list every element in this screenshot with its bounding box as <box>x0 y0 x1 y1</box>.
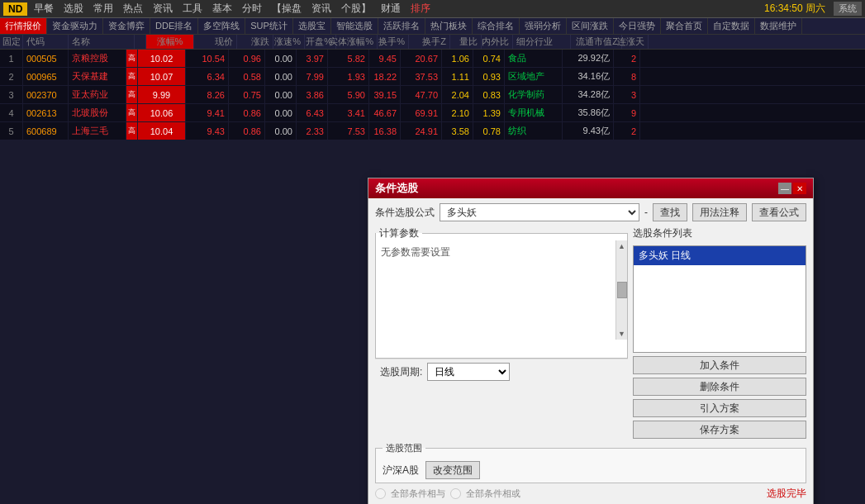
cell-price: 8.26 <box>186 86 229 103</box>
nav-smart-pick[interactable]: 智能选股 <box>331 18 378 34</box>
table-row[interactable]: 5 600689 上海三毛 高 10.04 9.43 0.86 0.00 2.3… <box>0 122 865 140</box>
nav-breakfast[interactable]: 早餐 <box>32 2 55 16</box>
nav-common[interactable]: 常用 <box>92 2 115 16</box>
col-code[interactable]: 代码 <box>23 35 69 49</box>
nav-trade[interactable]: 【操盘 <box>270 2 303 16</box>
delete-condition-button[interactable]: 删除条件 <box>633 378 806 396</box>
cell-turnover: 18.22 <box>369 68 401 85</box>
scroll-down-arrow[interactable]: ▼ <box>618 330 625 340</box>
nav-stock-pick[interactable]: 选股 <box>62 2 85 16</box>
col-real[interactable]: 实体涨幅% <box>336 35 378 49</box>
nav-today-strong[interactable]: 今日强势 <box>614 18 661 34</box>
cell-turnz: 69.91 <box>401 104 442 121</box>
nav-comprehensive[interactable]: 综合排名 <box>473 18 520 34</box>
period-select[interactable]: 日线 <box>427 363 510 381</box>
cell-pct: 10.06 <box>138 104 186 121</box>
scrollbar[interactable]: ▲ ▼ <box>615 240 627 340</box>
import-plan-button[interactable]: 引入方案 <box>633 399 806 417</box>
col-turnz[interactable]: 换手Z <box>409 35 450 49</box>
search-button[interactable]: 查找 <box>653 203 687 221</box>
nav-longshort[interactable]: 多空阵线 <box>198 18 245 34</box>
nav-basic[interactable]: 基本 <box>211 2 234 16</box>
cell-days: 2 <box>614 50 640 67</box>
cell-open: 3.86 <box>297 86 328 103</box>
cell-turnover: 46.67 <box>369 104 401 121</box>
close-button[interactable]: ✕ <box>793 183 806 194</box>
dialog-title: 条件选股 <box>375 181 418 196</box>
nav-hot[interactable]: 热点 <box>121 2 145 16</box>
nav-capital-drive[interactable]: 资金驱动力 <box>47 18 103 34</box>
radio-and[interactable] <box>375 488 386 499</box>
nav-capital-game[interactable]: 资金博弈 <box>103 18 150 34</box>
col-turnover[interactable]: 换手% <box>378 35 409 49</box>
cond-list-item[interactable]: 多头妖 日线 <box>634 246 806 265</box>
nav-hot-block[interactable]: 热门板块 <box>425 18 473 34</box>
cell-inout: 0.78 <box>473 122 505 140</box>
nav-custom-data[interactable]: 自定数据 <box>708 18 755 34</box>
nav-aggregate[interactable]: 聚合首页 <box>661 18 708 34</box>
scroll-up-arrow[interactable]: ▲ <box>618 240 625 250</box>
cell-days: 8 <box>614 68 640 85</box>
nav-strong-weak[interactable]: 强弱分析 <box>520 18 567 34</box>
cell-speed: 0.00 <box>265 104 297 121</box>
col-price[interactable]: 现价 <box>194 35 237 49</box>
nav-stock[interactable]: 个股】 <box>340 2 373 16</box>
change-scope-button[interactable]: 改变范围 <box>425 461 480 479</box>
nav-quotes[interactable]: 行情报价 <box>0 18 47 34</box>
sys-button[interactable]: 系统 <box>834 2 862 16</box>
nav-tools[interactable]: 工具 <box>181 2 204 16</box>
cell-price: 10.54 <box>186 50 229 67</box>
cond-list[interactable]: 多头妖 日线 <box>633 245 806 353</box>
col-val[interactable]: 流通市值Z <box>571 35 622 49</box>
cell-tag: 高 <box>126 68 138 85</box>
col-volratio[interactable]: 量比 <box>450 35 482 49</box>
cell-price: 6.34 <box>186 68 229 85</box>
nav-info[interactable]: 资讯 <box>151 2 174 16</box>
col-change[interactable]: 涨跌 <box>237 35 273 49</box>
select-complete-label: 选股完毕 <box>767 487 806 501</box>
table-row[interactable]: 3 002370 亚太药业 高 9.99 8.26 0.75 0.00 3.86… <box>0 86 865 104</box>
col-days[interactable]: 连涨天 <box>622 35 649 49</box>
nav-range-rise[interactable]: 区间涨跌 <box>567 18 614 34</box>
col-speed[interactable]: 涨速% <box>273 35 305 49</box>
view-formula-button[interactable]: 查看公式 <box>752 203 806 221</box>
minimize-button[interactable]: — <box>778 183 791 194</box>
nav-select-bao[interactable]: 选股宝 <box>293 18 331 34</box>
col-inout[interactable]: 内外比 <box>482 35 513 49</box>
formula-select[interactable]: 多头妖 <box>440 203 639 221</box>
cell-sector: 区域地产 <box>505 68 563 85</box>
col-rank[interactable]: 固定 <box>0 35 23 49</box>
scroll-thumb[interactable] <box>617 282 627 298</box>
cell-name: 亚太药业 <box>69 86 126 103</box>
table-row[interactable]: 1 000505 京粮控股 高 10.02 10.54 0.96 0.00 3.… <box>0 50 865 68</box>
col-pct[interactable]: 涨幅% <box>146 35 194 49</box>
top-nav: 早餐 选股 常用 热点 资讯 工具 基本 分时 【操盘 资讯 个股】 财通 排序 <box>32 2 763 16</box>
nav-active-rank[interactable]: 活跃排名 <box>378 18 425 34</box>
nav-finance[interactable]: 财通 <box>379 2 402 16</box>
top-menu-bar: ND 早餐 选股 常用 热点 资讯 工具 基本 分时 【操盘 资讯 个股】 财通… <box>0 0 865 18</box>
cell-days: 3 <box>614 86 640 103</box>
cell-pct: 10.02 <box>138 50 186 67</box>
cell-val: 29.92亿 <box>563 50 614 67</box>
save-plan-button[interactable]: 保存方案 <box>633 421 806 439</box>
nav-info2[interactable]: 资讯 <box>310 2 333 16</box>
usage-button[interactable]: 用法注释 <box>692 203 747 221</box>
params-content: 无参数需要设置 <box>376 240 627 340</box>
nav-data-maint[interactable]: 数据维护 <box>755 18 802 34</box>
nav-dde[interactable]: DDE排名 <box>150 18 198 34</box>
nav-sup[interactable]: SUP统计 <box>245 18 293 34</box>
radio-or[interactable] <box>450 488 461 499</box>
add-condition-button[interactable]: 加入条件 <box>633 356 806 374</box>
cell-turnz: 37.53 <box>401 68 442 85</box>
nav-rank[interactable]: 排序 <box>409 2 432 16</box>
table-row[interactable]: 4 002613 北玻股份 高 10.06 9.41 0.86 0.00 6.4… <box>0 104 865 122</box>
scope-fieldset: 选股范围 沪深A股 改变范围 <box>375 442 806 483</box>
col-name[interactable]: 名称 <box>69 35 135 49</box>
stock-table: 1 000505 京粮控股 高 10.02 10.54 0.96 0.00 3.… <box>0 50 865 140</box>
col-sector[interactable]: 细分行业 <box>513 35 571 49</box>
cell-volratio: 1.11 <box>442 68 473 85</box>
cell-change: 0.75 <box>229 86 265 103</box>
table-row[interactable]: 2 000965 天保基建 高 10.07 6.34 0.58 0.00 7.9… <box>0 68 865 86</box>
cell-inout: 0.93 <box>473 68 505 85</box>
nav-minute[interactable]: 分时 <box>240 2 264 16</box>
